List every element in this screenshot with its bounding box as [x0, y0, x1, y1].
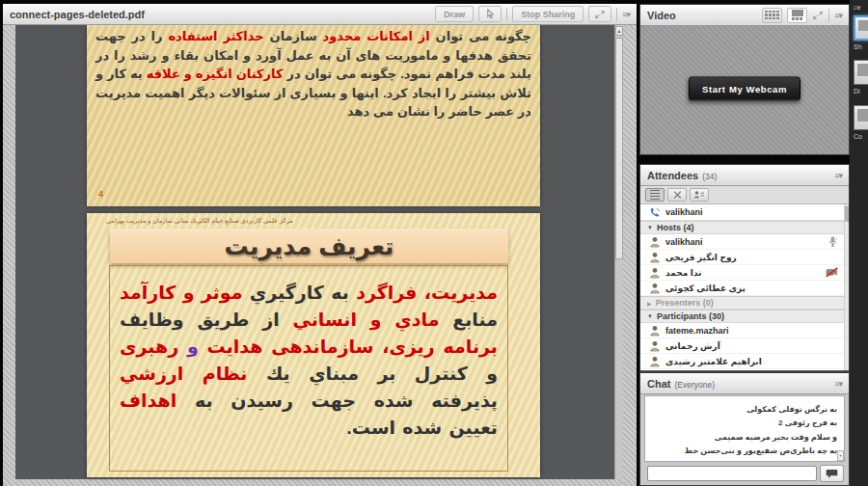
- attendee-group-header[interactable]: ▶Presenters (0): [640, 296, 849, 310]
- scroll-up-arrow-icon[interactable]: ▲: [615, 26, 623, 36]
- draw-button[interactable]: Draw: [435, 6, 474, 22]
- chat-message: به فرح رئوفی 2: [655, 418, 837, 427]
- text-segment: از امكانات محدود: [317, 29, 430, 43]
- text-segment: مديريت، فراگرد: [349, 283, 498, 303]
- attendee-name: آرش رحمانی: [665, 341, 720, 351]
- video-fullscreen-icon[interactable]: [812, 11, 824, 20]
- fullscreen-button[interactable]: [588, 6, 611, 22]
- attendee-name: valikhani: [665, 237, 703, 247]
- attendee-name: روح انگیز قریحی: [665, 253, 737, 262]
- text-segment: برنامه ريزی، سازماندهی هدايت: [199, 337, 498, 357]
- text-segment: حداكثر استفاده: [163, 29, 264, 43]
- text-segment: از طريق وظايف: [120, 310, 280, 330]
- chat-send-button[interactable]: [820, 465, 844, 482]
- start-webcam-button[interactable]: Start My Webcam: [689, 76, 800, 100]
- attendee-name: valikhani: [665, 207, 703, 217]
- chat-pod-menu-icon[interactable]: ≡▾: [834, 379, 842, 389]
- chat-pod: Chat(Everyone) ≡▾ به نرگس توفلی كمكولیبه…: [639, 372, 850, 486]
- chat-scope: (Everyone): [674, 380, 715, 390]
- stop-sharing-button[interactable]: Stop Sharing: [512, 6, 583, 22]
- slide-text-box: مديريت، فراگرد به كارگيري موثر و كارآمد …: [109, 265, 508, 472]
- pdf-slide-4: چگونه می توان از امكانات محدود سازمان حد…: [87, 25, 540, 206]
- chat-scrollbar-nub[interactable]: ▾: [837, 450, 844, 461]
- pod-edge-right: [623, 25, 637, 486]
- text-segment: كاركنان انگيزه و علاقه: [143, 67, 284, 81]
- text-segment: و كنترل بر مبناي يك: [247, 364, 498, 384]
- attendee-row[interactable]: آرش رحمانی: [640, 338, 849, 354]
- attendee-row[interactable]: fateme.mazhari: [640, 323, 849, 338]
- slide-meta-line: مركز علمی كاربردی صنايع خيام الكتريك مبا…: [106, 217, 527, 225]
- group-label: Participants (30): [657, 311, 724, 321]
- attendee-name: fateme.mazhari: [665, 326, 729, 336]
- layout-discussion-thumbnail[interactable]: [854, 60, 868, 85]
- breakout-view-button[interactable]: [667, 188, 687, 202]
- chat-pod-title: Chat(Everyone): [647, 378, 715, 390]
- video-pod-menu-icon[interactable]: ≡▾: [834, 11, 842, 20]
- attendee-status-view-button[interactable]: [690, 188, 709, 202]
- slide-paragraph: چگونه می توان از امكانات محدود سازمان حد…: [87, 25, 540, 122]
- typing-indicator-line: اصغر نوری امانزاده نی (اد باطر اصفهانی‌ص…: [655, 461, 837, 463]
- share-pod: connect-pages-deleted.pdf Draw Stop Shar…: [3, 4, 637, 486]
- avatar-icon: [649, 236, 661, 248]
- share-pod-menu-icon[interactable]: ≡▾: [622, 10, 630, 19]
- header-divider: [828, 9, 829, 22]
- group-label: Presenters (0): [656, 298, 714, 308]
- scrollbar-thumb[interactable]: [615, 38, 623, 259]
- header-divider: [506, 8, 507, 21]
- chat-input-row: [640, 463, 849, 485]
- attendees-count: (34): [702, 172, 717, 181]
- scrollbar-thumb[interactable]: [845, 206, 849, 222]
- chat-pod-header: Chat(Everyone) ≡▾: [640, 373, 849, 394]
- attendee-row[interactable]: ندا محمد: [640, 265, 849, 281]
- video-stage: Start My Webcam: [640, 26, 849, 154]
- filmstrip-view-button[interactable]: [787, 8, 807, 23]
- layout-sharing-label: Sh: [854, 43, 862, 50]
- collapse-triangle-icon[interactable]: ▼: [647, 225, 653, 230]
- attendee-row[interactable]: valikhani: [640, 234, 849, 250]
- text-segment: چگونه می توان: [430, 29, 531, 43]
- document-scrollbar[interactable]: ▲: [614, 25, 623, 479]
- breakout-icon: [672, 190, 683, 200]
- fullscreen-icon: [594, 10, 606, 19]
- layout-bar: ≡▾ Sh Di Co: [850, 0, 868, 486]
- layout-collaboration-thumbnail[interactable]: [854, 105, 868, 130]
- avatar-icon: [649, 340, 661, 352]
- video-pod: Video ≡▾ Start My Webcam: [639, 4, 850, 155]
- attendee-group-header[interactable]: ▼Hosts (4): [640, 221, 849, 234]
- slide-title: تعريف مديريت: [225, 232, 394, 260]
- attendees-scrollbar[interactable]: [844, 204, 849, 370]
- layout-discussion-label: Di: [854, 88, 860, 94]
- grid-view-button[interactable]: [762, 8, 782, 23]
- chat-message: به نرگس توفلی كمكولی: [655, 405, 837, 414]
- collapse-triangle-icon[interactable]: ▼: [647, 313, 653, 319]
- chat-input[interactable]: [647, 466, 817, 481]
- attendee-row[interactable]: اسحاق قیصریان: [640, 369, 849, 370]
- expand-triangle-icon[interactable]: ▶: [647, 300, 652, 307]
- pointer-icon: [485, 9, 496, 19]
- chat-message: به چه باطری‌ص شفيع‌پور و بنی‌حسن خط: [655, 446, 837, 455]
- attendee-name: ابراهیم غلامتبر رشیدی: [665, 357, 762, 366]
- application-window: connect-pages-deleted.pdf Draw Stop Shar…: [0, 0, 868, 486]
- layout-bar-menu-icon[interactable]: ≡▾: [853, 3, 860, 13]
- person-status-icon: [693, 190, 705, 200]
- text-segment: موثر و كارآمد: [120, 283, 242, 303]
- layout-sharing-thumbnail[interactable]: [854, 15, 868, 40]
- attendee-name: ندا محمد: [665, 268, 701, 278]
- text-segment: منابع: [439, 310, 498, 330]
- pointer-tool-button[interactable]: [478, 6, 502, 22]
- pod-edge-bottom: [15, 479, 623, 486]
- text-segment: پذيرفته شده جهت رسيدن به: [176, 391, 498, 411]
- video-pod-header: Video ≡▾: [640, 5, 849, 26]
- attendee-group-header[interactable]: ▼Participants (30): [640, 310, 849, 323]
- attendees-list: valikhani ▼Hosts (4)valikhaniروح انگیز ق…: [640, 204, 849, 370]
- share-document-area: چگونه می توان از امكانات محدود سازمان حد…: [3, 25, 637, 486]
- attendees-pod-header: Attendees(34) ≡▾: [640, 165, 849, 186]
- attendees-pod-menu-icon[interactable]: ≡▾: [834, 171, 842, 180]
- phone-attendee-row[interactable]: valikhani: [640, 204, 849, 221]
- attendee-row[interactable]: روح انگیز قریحی: [640, 250, 849, 265]
- attendee-list-view-button[interactable]: [645, 188, 665, 202]
- header-divider: [616, 8, 617, 21]
- attendee-row[interactable]: ابراهیم غلامتبر رشیدی: [640, 354, 849, 369]
- attendee-row[interactable]: پری عطائی کچوئی: [640, 281, 849, 296]
- slide-title-box: تعريف مديريت: [110, 229, 508, 263]
